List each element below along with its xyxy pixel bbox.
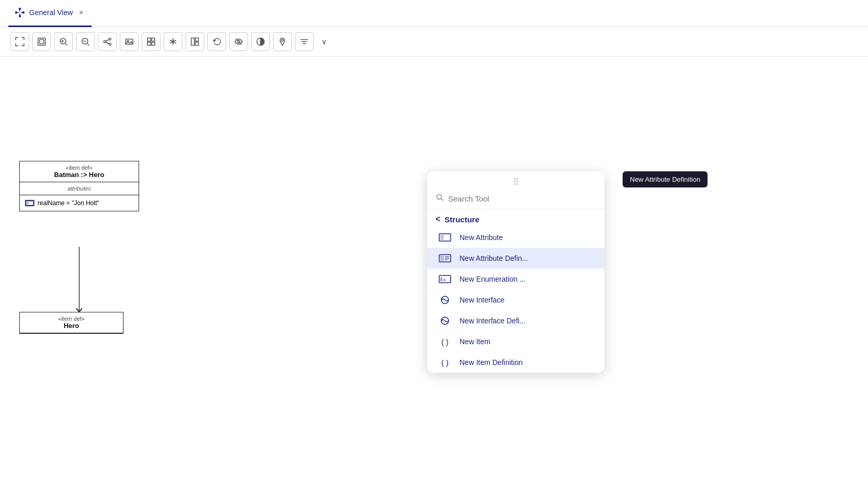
new-attribute-def-icon bbox=[438, 253, 452, 263]
new-interface-label: New Interface bbox=[460, 296, 504, 304]
zoom-in-button[interactable] bbox=[54, 32, 73, 51]
svg-point-37 bbox=[281, 40, 283, 42]
asterisk-button[interactable] bbox=[164, 32, 182, 51]
tab-bar: General View × bbox=[0, 0, 868, 27]
general-view-tab[interactable]: General View × bbox=[8, 0, 92, 27]
svg-text:E=: E= bbox=[440, 277, 446, 282]
image-button[interactable] bbox=[120, 32, 139, 51]
search-icon bbox=[436, 193, 444, 204]
category-label: Structure bbox=[444, 215, 479, 224]
svg-point-44 bbox=[437, 195, 442, 199]
toolbar-more-button[interactable]: ∨ bbox=[317, 32, 331, 51]
tab-close-button[interactable]: × bbox=[77, 7, 85, 18]
svg-rect-32 bbox=[195, 38, 199, 41]
hide-button[interactable] bbox=[229, 32, 248, 51]
svg-point-17 bbox=[109, 38, 111, 40]
expand-button[interactable] bbox=[10, 32, 29, 51]
pin-button[interactable] bbox=[273, 32, 292, 51]
new-item-icon: ( ) bbox=[438, 336, 452, 347]
new-enumeration-label: New Enumeration ... bbox=[460, 275, 526, 283]
diagram-canvas[interactable]: «item def» Batman :> Hero attributes rea… bbox=[0, 57, 868, 477]
batman-stereotype: «item def» bbox=[26, 165, 132, 171]
svg-line-16 bbox=[88, 44, 90, 46]
new-item-def-label: New Item Definition bbox=[460, 358, 523, 367]
grid-button[interactable] bbox=[142, 32, 160, 51]
layout-button[interactable] bbox=[185, 32, 204, 51]
new-item-def-item[interactable]: ( ) New Item Definition bbox=[427, 352, 604, 373]
svg-rect-1 bbox=[15, 11, 17, 14]
new-interface-item[interactable]: New Interface bbox=[427, 290, 604, 310]
new-interface-def-label: New Interface Defi... bbox=[460, 317, 526, 325]
svg-point-18 bbox=[104, 41, 106, 43]
filter-button[interactable] bbox=[295, 32, 314, 51]
svg-point-19 bbox=[109, 43, 111, 45]
svg-rect-8 bbox=[38, 38, 45, 45]
drag-handle[interactable]: ⠿ bbox=[427, 171, 604, 190]
new-enumeration-item[interactable]: E= New Enumeration ... bbox=[427, 269, 604, 290]
svg-line-21 bbox=[106, 42, 109, 44]
new-attribute-icon bbox=[438, 232, 452, 243]
toolbar: ∨ bbox=[0, 27, 868, 57]
undo-button[interactable] bbox=[207, 32, 226, 51]
new-interface-icon bbox=[438, 295, 452, 305]
attr-icon bbox=[25, 200, 34, 206]
search-input[interactable] bbox=[448, 194, 596, 203]
svg-rect-33 bbox=[195, 42, 199, 45]
paren-icon-2: ( ) bbox=[441, 358, 449, 367]
paren-icon: ( ) bbox=[441, 337, 449, 346]
svg-rect-26 bbox=[147, 42, 151, 45]
svg-line-45 bbox=[441, 199, 443, 201]
new-interface-def-item[interactable]: New Interface Defi... bbox=[427, 310, 604, 331]
svg-rect-3 bbox=[19, 15, 21, 17]
panel-category: < Structure bbox=[427, 209, 604, 227]
tooltip-text: New Attribute Definition bbox=[630, 175, 700, 183]
tool-dropdown-panel: ⠿ < Structure New Attribute bbox=[427, 171, 604, 373]
new-item-def-icon: ( ) bbox=[438, 357, 452, 368]
svg-line-13 bbox=[66, 44, 68, 46]
tab-icon bbox=[15, 7, 25, 18]
svg-line-20 bbox=[106, 40, 109, 41]
new-item-label: New Item bbox=[460, 337, 490, 346]
svg-rect-24 bbox=[147, 38, 151, 41]
svg-rect-42 bbox=[27, 202, 29, 204]
frame-button[interactable] bbox=[32, 32, 51, 51]
svg-rect-2 bbox=[22, 11, 24, 14]
batman-attributes-label: attributes bbox=[20, 182, 139, 195]
new-attribute-def-label: New Attribute Defin... bbox=[460, 254, 528, 262]
svg-rect-9 bbox=[40, 40, 44, 44]
zoom-out-button[interactable] bbox=[76, 32, 95, 51]
svg-rect-27 bbox=[152, 42, 155, 45]
batman-attr-text: realName = "Jon Holt" bbox=[38, 199, 99, 207]
new-enumeration-icon: E= bbox=[438, 274, 452, 284]
hero-box-header: «item def» Hero bbox=[20, 312, 123, 333]
attribute-def-tooltip: New Attribute Definition bbox=[623, 171, 708, 187]
batman-attr-row: realName = "Jon Holt" bbox=[20, 195, 139, 211]
svg-rect-47 bbox=[440, 235, 444, 240]
batman-name: Batman :> Hero bbox=[26, 171, 132, 179]
svg-point-58 bbox=[441, 319, 443, 321]
hero-name: Hero bbox=[26, 322, 117, 330]
tab-label: General View bbox=[29, 8, 73, 17]
svg-point-56 bbox=[441, 298, 443, 300]
new-item-item[interactable]: ( ) New Item bbox=[427, 331, 604, 352]
svg-rect-49 bbox=[440, 256, 444, 261]
new-attribute-def-item[interactable]: New Attribute Defin... bbox=[427, 248, 604, 269]
new-attribute-item[interactable]: New Attribute bbox=[427, 227, 604, 248]
batman-box[interactable]: «item def» Batman :> Hero attributes rea… bbox=[19, 161, 139, 211]
back-arrow-icon[interactable]: < bbox=[436, 215, 440, 224]
hero-stereotype: «item def» bbox=[26, 316, 117, 322]
hero-box[interactable]: «item def» Hero bbox=[19, 312, 123, 334]
new-attribute-label: New Attribute bbox=[460, 233, 503, 242]
batman-box-header: «item def» Batman :> Hero bbox=[20, 161, 139, 182]
svg-rect-0 bbox=[19, 8, 21, 10]
contrast-button[interactable] bbox=[251, 32, 270, 51]
svg-rect-31 bbox=[191, 38, 194, 45]
share-button[interactable] bbox=[98, 32, 117, 51]
new-interface-def-icon bbox=[438, 316, 452, 326]
search-row bbox=[427, 190, 604, 209]
svg-rect-25 bbox=[152, 38, 155, 41]
